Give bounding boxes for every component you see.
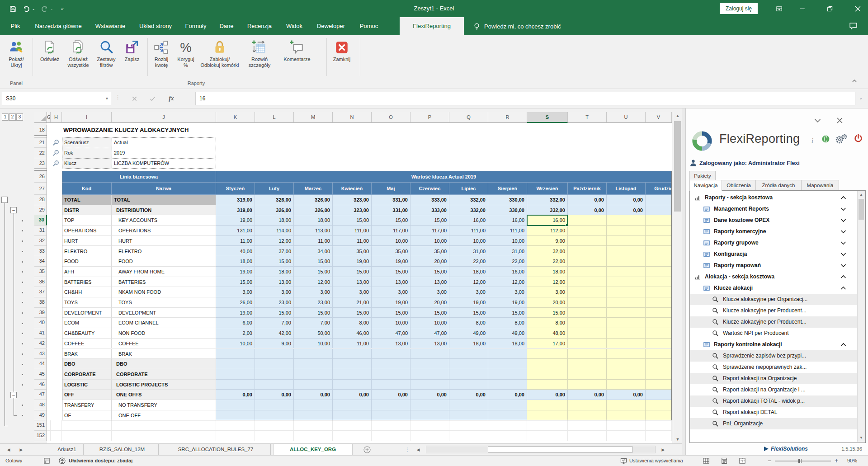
cell-value[interactable]: 23,00 [255,297,294,308]
table-header-month[interactable]: Sierpień [488,183,527,195]
cell-code[interactable]: FOOD [62,256,112,267]
cell-code[interactable]: TOP [62,215,112,226]
display-settings-icon[interactable] [620,457,627,466]
cell-value[interactable] [607,287,646,297]
table-header-month[interactable]: Listopad [607,183,646,195]
cell-value[interactable]: 15,00 [294,267,333,277]
column-header-I[interactable]: I [62,112,112,123]
row-header-46[interactable]: 46 [34,380,47,390]
cell-empty[interactable] [216,431,255,441]
scroll-down-icon[interactable]: ▼ [673,436,682,443]
row-header-29[interactable]: 29 [34,205,47,216]
cell-value[interactable]: 18,00 [449,267,488,277]
cell-empty[interactable] [62,431,112,441]
cell-value[interactable]: 15,00 [527,308,568,318]
cell-value[interactable] [410,410,449,421]
outline-level-1[interactable]: 1 [2,113,9,121]
row-header-18[interactable]: 18 [34,125,47,135]
tree-item-klucze-alokacyjne-per-producent[interactable]: Klucze alokacyjne per Producent... [690,305,857,316]
cell-value[interactable]: 10,00 [488,236,527,246]
cell-value[interactable]: 9,00 [527,236,568,246]
cell-name[interactable]: ECOM CHANNEL [112,318,216,328]
cell-value[interactable] [646,349,672,359]
row-header-151[interactable]: 151 [34,420,47,431]
ribbon-button-rozbij-kwot-[interactable]: Rozbij kwotę [149,37,174,79]
accessibility-icon[interactable] [59,457,66,466]
cell-value[interactable]: 47,00 [410,328,449,339]
table-header-nazwa[interactable]: Nazwa [112,183,216,195]
cell-value[interactable] [646,267,672,277]
cell-value[interactable]: 50,00 [294,328,333,339]
cell-value[interactable]: 15,00 [410,215,449,226]
column-header-R[interactable]: R [488,112,527,123]
cell-value[interactable]: 0,00 [294,390,333,400]
table-header-kod[interactable]: Kod [62,183,112,195]
cancel-entry-icon[interactable] [127,92,141,105]
row-header-152[interactable]: 152 [34,431,47,441]
cell-value[interactable] [646,226,672,236]
cell-value[interactable]: 18,00 [488,339,527,349]
cell-value[interactable] [646,410,672,421]
cell-value[interactable]: 19,00 [372,297,410,308]
magnifier-icon[interactable] [52,150,60,157]
table-header-month[interactable]: Luty [255,183,294,195]
cell-value[interactable]: 32,00 [527,246,568,257]
cell-value[interactable]: 0,00 [646,195,672,205]
cell-empty[interactable] [488,420,527,431]
zoom-slider[interactable] [775,461,831,461]
cell-value[interactable]: 19,00 [216,267,255,277]
cell-name[interactable]: NKAM NON FOOD [112,287,216,297]
cell-code[interactable]: CH&BEAUTY [62,328,112,339]
cell-value[interactable] [410,359,449,369]
cell-value[interactable]: 332,00 [449,205,488,216]
power-icon[interactable] [854,134,863,142]
cell-value[interactable]: 326,00 [294,205,333,216]
hscroll-right-icon[interactable]: ▶ [658,444,668,455]
chevron-down-icon[interactable] [840,264,846,268]
cell-value[interactable]: 31,00 [449,246,488,257]
cell-value[interactable] [216,400,255,410]
cell-value[interactable] [646,369,672,380]
cell-empty[interactable] [568,431,607,441]
outline-collapse-button[interactable]: − [10,392,17,398]
chevron-down-icon[interactable] [840,207,846,211]
cell-value[interactable]: 131,00 [216,226,255,236]
cell-name[interactable]: KEY ACCOUNTS [112,215,216,226]
cell-empty[interactable] [51,431,62,441]
ribbon-button-zestawy-filtr-w[interactable]: Zestawy filtrów [93,37,119,79]
cell-empty[interactable] [646,420,672,431]
cell-code[interactable]: COFFEE [62,339,112,349]
cell-value[interactable] [568,297,607,308]
cell-value[interactable] [372,349,410,359]
column-header-M[interactable]: M [294,112,333,123]
cell-value[interactable]: 18,00 [294,215,333,226]
cell-value[interactable]: 0,00 [372,390,410,400]
cell-value[interactable] [255,410,294,421]
cell-value[interactable]: 323,00 [333,205,372,216]
table-header-month[interactable]: Październik [568,183,607,195]
cell-value[interactable] [488,359,527,369]
cell-value[interactable] [488,369,527,380]
scroll-up-icon[interactable]: ▲ [673,112,682,120]
cell-value[interactable]: 37,00 [255,246,294,257]
cell-value[interactable]: 26,00 [216,297,255,308]
cell-value[interactable]: 15,00 [372,308,410,318]
cell-value[interactable]: 15,00 [372,267,410,277]
ribbon-button-rozwi-szczeg-y[interactable]: Rozwiń szczegóły [242,37,277,79]
cell-value[interactable]: 19,00 [488,297,527,308]
chevron-up-icon[interactable] [840,275,846,279]
cell-value[interactable]: 332,00 [527,205,568,216]
cell-empty[interactable] [294,420,333,431]
column-header-J[interactable]: J [112,112,216,123]
horizontal-scrollbar-thumb[interactable] [488,446,632,453]
cell-value[interactable]: 15,00 [255,256,294,267]
cell-empty[interactable] [112,431,216,441]
cell-name[interactable]: AWAY FROM HOME [112,267,216,277]
cell-name[interactable]: TOYS [112,297,216,308]
cell-value[interactable] [216,380,255,390]
cell-value[interactable]: 326,00 [294,195,333,205]
cell-value[interactable] [410,400,449,410]
row-header-32[interactable]: 32 [34,236,47,246]
outline-collapse-button[interactable]: − [10,207,17,213]
cell-value[interactable]: 0,00 [449,390,488,400]
